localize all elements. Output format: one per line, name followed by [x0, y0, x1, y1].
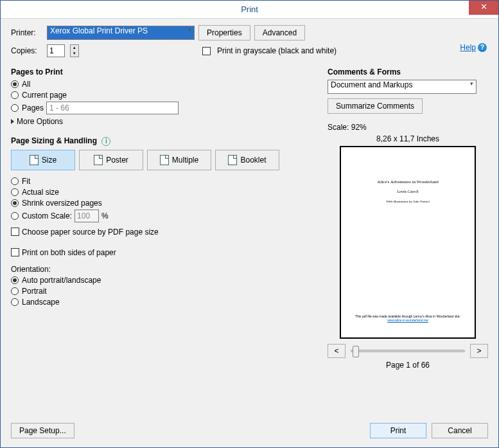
chevron-down-icon: ▾ — [188, 26, 191, 33]
copies-label: Copies: — [11, 46, 43, 55]
radio-custom-scale[interactable] — [11, 212, 19, 220]
radio-portrait[interactable] — [11, 287, 19, 295]
next-page-button[interactable]: > — [470, 344, 488, 358]
page-icon — [30, 155, 39, 165]
cancel-button[interactable]: Cancel — [432, 423, 488, 438]
preview-doc-link: www.alice-in-wonderland.net — [350, 318, 466, 322]
radio-landscape[interactable] — [11, 298, 19, 306]
help-icon: ? — [478, 43, 487, 52]
both-sides-label: Print on both sides of paper — [22, 248, 116, 257]
choose-paper-label: Choose paper source by PDF page size — [22, 228, 159, 237]
window-title: Print — [1, 1, 498, 19]
page-slider[interactable] — [351, 350, 465, 352]
orientation-heading: Orientation: — [11, 265, 315, 274]
printer-select[interactable]: Xerox Global Print Driver PS ▾ — [47, 26, 195, 40]
properties-button[interactable]: Properties — [198, 25, 250, 40]
more-options-toggle[interactable]: More Options — [11, 117, 315, 126]
radio-current-label: Current page — [22, 91, 67, 100]
radio-all-label: All — [22, 80, 30, 89]
close-button[interactable]: ✕ — [469, 1, 498, 15]
radio-shrink[interactable] — [11, 199, 19, 207]
tab-booklet[interactable]: Booklet — [215, 150, 279, 170]
radio-portrait-label: Portrait — [22, 287, 47, 296]
grayscale-label: Print in grayscale (black and white) — [217, 46, 337, 55]
print-dialog: Print ✕ Help ? Printer: Xerox Global Pri… — [0, 0, 499, 448]
radio-fit[interactable] — [11, 177, 19, 185]
radio-shrink-label: Shrink oversized pages — [22, 199, 102, 208]
page-icon — [94, 155, 103, 165]
titlebar: Print ✕ — [1, 1, 498, 19]
pages-to-print-heading: Pages to Print — [11, 67, 315, 76]
slider-thumb[interactable] — [353, 346, 359, 357]
radio-all[interactable] — [11, 80, 19, 88]
comments-forms-heading: Comments & Forms — [328, 67, 488, 76]
custom-scale-input[interactable] — [74, 210, 99, 222]
copies-input[interactable] — [47, 44, 65, 57]
comments-forms-selected: Document and Markups — [331, 80, 412, 89]
print-preview: Alice's Adventures in Wonderland Lewis C… — [340, 146, 476, 339]
pages-range-input[interactable] — [46, 102, 179, 114]
copies-spinner[interactable]: ▴▾ — [70, 44, 79, 57]
print-button[interactable]: Print — [370, 423, 426, 438]
tab-size[interactable]: Size — [11, 150, 75, 170]
scale-readout: Scale: 92% — [328, 123, 488, 132]
tab-multiple[interactable]: Multiple — [147, 150, 211, 170]
radio-auto-orientation[interactable] — [11, 276, 19, 284]
choose-paper-checkbox[interactable] — [11, 228, 19, 236]
radio-pages[interactable] — [11, 104, 19, 112]
preview-doc-title: Alice's Adventures in Wonderland — [350, 179, 466, 184]
paper-dimensions: 8,26 x 11,7 Inches — [328, 134, 488, 143]
radio-actual-label: Actual size — [22, 188, 59, 197]
info-icon[interactable]: i — [101, 137, 110, 146]
radio-current-page[interactable] — [11, 91, 19, 99]
radio-landscape-label: Landscape — [22, 298, 60, 307]
spin-down-icon[interactable]: ▾ — [71, 51, 78, 57]
advanced-button[interactable]: Advanced — [254, 25, 305, 40]
printer-label: Printer: — [11, 28, 43, 37]
radio-auto-label: Auto portrait/landscape — [22, 276, 101, 285]
prev-page-button[interactable]: < — [328, 344, 346, 358]
radio-actual-size[interactable] — [11, 188, 19, 196]
printer-selected: Xerox Global Print Driver PS — [50, 26, 148, 35]
sizing-heading: Page Sizing & Handling i — [11, 136, 315, 146]
preview-doc-author: Lewis Carroll — [350, 190, 466, 193]
more-options-label: More Options — [17, 117, 63, 126]
grayscale-checkbox[interactable] — [202, 47, 211, 55]
radio-custom-label: Custom Scale: — [22, 211, 72, 220]
chevron-down-icon: ▾ — [470, 80, 473, 87]
both-sides-checkbox[interactable] — [11, 248, 19, 256]
radio-pages-label: Pages — [22, 103, 44, 112]
preview-doc-illustrator: With illustrations by John Tenniel — [350, 200, 466, 203]
spin-up-icon[interactable]: ▴ — [71, 45, 78, 51]
page-indicator: Page 1 of 66 — [328, 361, 488, 370]
comments-forms-select[interactable]: Document and Markups ▾ — [328, 80, 477, 94]
page-icon — [228, 155, 237, 165]
percent-label: % — [101, 211, 109, 220]
page-setup-button[interactable]: Page Setup... — [11, 423, 74, 438]
tab-poster[interactable]: Poster — [79, 150, 143, 170]
help-label: Help — [460, 43, 476, 52]
radio-fit-label: Fit — [22, 177, 30, 186]
triangle-right-icon — [11, 119, 14, 124]
help-link[interactable]: Help ? — [460, 43, 487, 52]
summarize-comments-button[interactable]: Summarize Comments — [328, 98, 423, 114]
page-icon — [160, 155, 169, 165]
